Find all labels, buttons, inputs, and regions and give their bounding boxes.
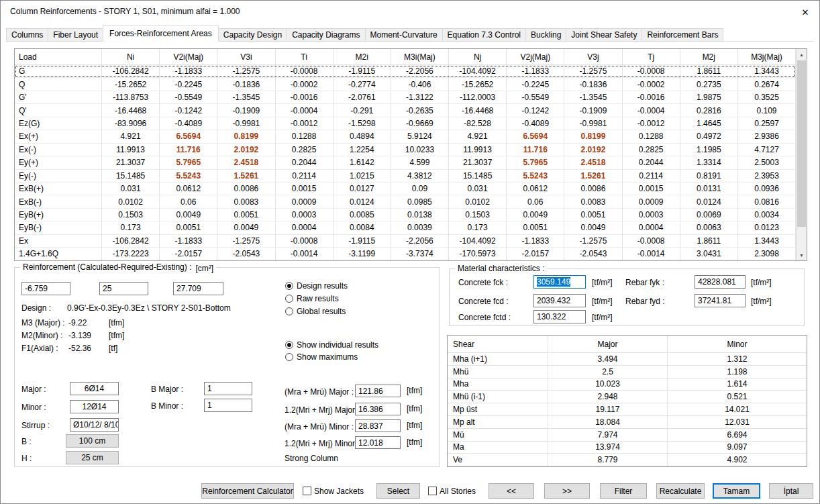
radio-show-maximums[interactable]: Show maximums <box>285 352 358 362</box>
forces-row-ez-g[interactable]: Ez(G)-83.9096-0.4089-0.9981-0.0012-1.529… <box>15 117 796 130</box>
b-minor-field[interactable]: 1 <box>204 399 252 412</box>
rebar-fyd-field[interactable]: 37241.81 <box>695 294 746 307</box>
select-button[interactable]: Select <box>376 483 420 499</box>
value-cell: 4.7127 <box>738 144 796 156</box>
tab-columns[interactable]: Columns <box>6 28 48 42</box>
forces-row-ey[interactable]: Ey(+)21.30375.79652.45180.20441.61424.59… <box>15 156 796 169</box>
tab-capacity-diagrams[interactable]: Capacity Diagrams <box>287 28 365 42</box>
previous-button[interactable]: << <box>489 483 534 499</box>
tab-fiber-layout[interactable]: Fiber Layout <box>48 28 103 42</box>
tab-buckling[interactable]: Buckling <box>525 28 566 42</box>
close-icon[interactable]: ✕ <box>798 5 813 19</box>
rebar-fyk-field[interactable]: 42828.081 <box>695 275 746 289</box>
value-cell: 5.9124 <box>391 130 449 143</box>
mra-mru-major-field[interactable]: 121.86 <box>355 385 401 397</box>
tab-moment-curvature[interactable]: Moment-Curvature <box>365 28 443 42</box>
value-cell: 1.4645 <box>680 117 738 130</box>
forces-column-header-tj[interactable]: Tj <box>623 49 680 65</box>
tab-forces-reinforcement-areas[interactable]: Forces-Reinforcement Areas <box>103 26 219 42</box>
ok-button[interactable]: Tamam <box>713 483 760 499</box>
forces-row-q[interactable]: Q-15.2652-0.2245-0.1836-0.0002-0.2774-0.… <box>15 78 796 91</box>
reinforcement-calculator-button[interactable]: Reinforcement Calculator <box>201 483 294 499</box>
filter-button[interactable]: Filter <box>600 483 647 499</box>
scroll-down-icon[interactable]: ▼ <box>797 250 807 260</box>
tab-joint-shear-safety[interactable]: Joint Shear Safety <box>566 28 642 42</box>
show-jackets-checkbox[interactable]: Show Jackets <box>303 483 364 499</box>
recalculate-button[interactable]: Recalculate <box>656 483 705 499</box>
radio-icon[interactable] <box>285 282 293 290</box>
value-cell: -0.0004 <box>276 104 334 117</box>
value-cell: 0.0051 <box>507 221 564 234</box>
value-cell: -0.0016 <box>623 91 680 104</box>
forces-row-ey[interactable]: Ey(-)15.14855.52431.52610.21141.02154.38… <box>15 170 796 183</box>
radio-icon[interactable] <box>285 307 293 315</box>
forces-column-header-m3i-maj[interactable]: M3i(Maj) <box>391 49 449 65</box>
tab-reinforcement-bars[interactable]: Reinforcement Bars <box>642 28 723 42</box>
forces-column-header-ti[interactable]: Ti <box>276 49 334 65</box>
all-stories-checkbox[interactable]: All Stories <box>428 483 476 499</box>
checkbox-icon[interactable] <box>303 487 311 495</box>
forces-row-eyb[interactable]: EyB(+)0.15030.00490.00510.00030.00850.01… <box>15 209 796 221</box>
mri-mrj-minor-field[interactable]: 12.018 <box>355 436 401 449</box>
forces-row-1-4g-1-6q[interactable]: 1.4G+1.6Q-173.2223-2.0157-2.0543-0.0014-… <box>15 248 796 260</box>
forces-row-exb[interactable]: ExB(+)0.0310.06120.00860.00150.01270.090… <box>15 183 796 195</box>
forces-column-header-v3j[interactable]: V3j <box>564 49 622 65</box>
radio-show-individual-results[interactable]: Show individual results <box>285 340 378 350</box>
forces-row-eyb[interactable]: EyB(-)0.1730.00510.00490.00040.00840.003… <box>15 221 796 234</box>
h-value-box[interactable]: 25 cm <box>66 451 119 464</box>
value-cell: 0.8191 <box>680 170 738 183</box>
concrete-fctd-field[interactable]: 130.322 <box>533 310 586 323</box>
b-value-box[interactable]: 100 cm <box>66 434 119 448</box>
forces-row-ex[interactable]: Ex(-)11.991311.7162.01920.28251.225410.0… <box>15 144 796 156</box>
scrollbar-thumb[interactable] <box>797 60 806 227</box>
forces-column-header-nj[interactable]: Nj <box>449 49 507 65</box>
forces-row-q[interactable]: Q'-16.4468-0.1242-0.1909-0.0004-0.291-0.… <box>15 104 796 117</box>
value-cell: 0.0102 <box>102 195 160 208</box>
forces-column-header-load[interactable]: Load <box>15 49 102 65</box>
radio-icon[interactable] <box>285 353 293 361</box>
stirrup-field[interactable]: Ø10/12/ 8/10 <box>70 418 119 432</box>
forces-column-header-ni[interactable]: Ni <box>102 49 160 65</box>
forces-column-header-m2j[interactable]: M2j <box>680 49 738 65</box>
forces-column-header-v2i-maj[interactable]: V2i(Maj) <box>160 49 217 65</box>
b-major-field[interactable]: 1 <box>204 382 252 395</box>
forces-row-ex[interactable]: Ex(+)4.9216.56940.81990.12880.48945.9124… <box>15 130 796 143</box>
concrete-fck-field[interactable]: 3059.149 <box>533 275 586 289</box>
major-rebar-field[interactable]: 6Ø14 <box>70 382 119 395</box>
radio-icon[interactable] <box>285 295 293 303</box>
value-cell: 0.0051 <box>217 209 275 221</box>
tab-equation-7-3-control[interactable]: Equation 7.3 Control <box>442 28 526 42</box>
concrete-fck-label: Concrete fck : <box>458 278 508 287</box>
vertical-scrollbar[interactable]: ▲ ▼ <box>796 49 807 260</box>
value-cell: 0.1503 <box>102 209 160 221</box>
forces-column-header-v2j-maj[interactable]: V2j(Maj) <box>507 49 564 65</box>
forces-row-ex[interactable]: Ex-106.2842-1.1833-1.2575-0.0008-1.9115-… <box>15 235 796 248</box>
next-button[interactable]: >> <box>544 483 590 499</box>
tab-capacity-design[interactable]: Capacity Design <box>218 28 287 42</box>
existing-area-field[interactable]: 27.709 <box>173 282 223 295</box>
mra-mru-minor-field[interactable]: 28.837 <box>355 419 401 432</box>
forces-row-g[interactable]: G-106.2842-1.1833-1.2575-0.0008-1.9115-2… <box>15 65 796 78</box>
value-cell: -1.9115 <box>334 65 391 78</box>
radio-raw-results[interactable]: Raw results <box>285 294 339 303</box>
mri-mrj-major-field[interactable]: 16.386 <box>355 403 401 415</box>
radio-global-results[interactable]: Global results <box>285 307 346 316</box>
value-cell: 0.0086 <box>564 183 622 195</box>
forces-row-g[interactable]: G'-113.8753-0.5549-1.3545-0.0016-2.0761-… <box>15 91 796 104</box>
checkbox-icon[interactable] <box>428 487 437 495</box>
all-stories-label: All Stories <box>440 487 476 496</box>
forces-column-header-m2i[interactable]: M2i <box>334 49 391 65</box>
forces-row-exb[interactable]: ExB(-)0.01020.060.00830.00090.01240.0985… <box>15 195 796 208</box>
minor-rebar-field[interactable]: 12Ø14 <box>70 400 119 413</box>
m3-major-unit: [tfm] <box>109 318 124 327</box>
required-area-field[interactable]: 25 <box>99 282 148 295</box>
scroll-up-icon[interactable]: ▲ <box>797 49 807 60</box>
forces-column-header-m3j-maj[interactable]: M3j(Maj) <box>738 49 796 65</box>
radio-icon[interactable] <box>285 341 293 349</box>
radio-design-results[interactable]: Design results <box>285 281 348 291</box>
cancel-button[interactable]: İptal <box>769 483 813 499</box>
concrete-fcd-field[interactable]: 2039.432 <box>533 294 586 307</box>
forces-column-header-v3i[interactable]: V3i <box>217 49 275 65</box>
calculated-area-field[interactable]: -6.759 <box>21 282 70 295</box>
value-cell: -0.0014 <box>623 248 680 260</box>
